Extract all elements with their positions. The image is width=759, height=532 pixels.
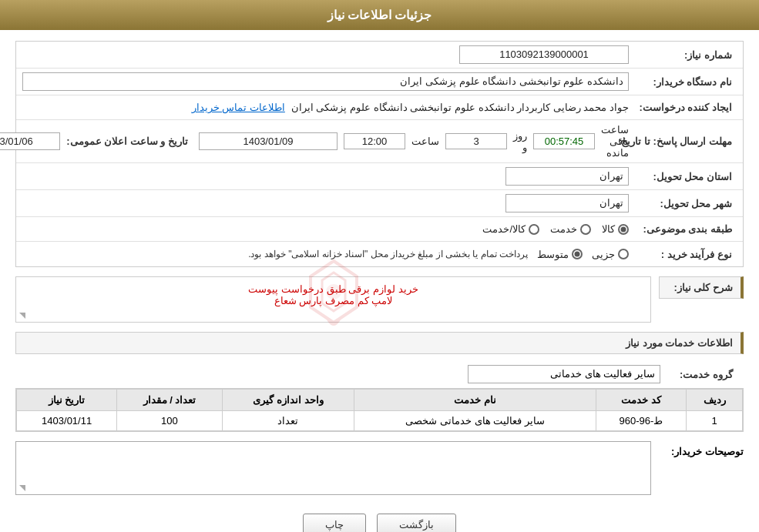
col-header-unit: واحد اندازه گیری — [222, 390, 354, 411]
deadline-value-cell: ساعت باقی مانده 00:57:45 روز و 3 ساعت 12… — [0, 124, 629, 159]
buyer-org-value-cell: دانشکده علوم توانبخشی دانشگاه علوم پزشکی… — [22, 72, 629, 91]
deadline-row: مهلت ارسال پاسخ: تا تاریخ: ساعت باقی مان… — [16, 120, 743, 163]
back-button[interactable]: بازگشت — [377, 514, 456, 532]
page-title: جزئیات اطلاعات نیاز — [327, 8, 432, 22]
col-header-qty: تعداد / مقدار — [117, 390, 222, 411]
category-kala-khedmat-label: کالا/خدمت — [482, 223, 526, 235]
need-number-label: شماره نیاز: — [629, 49, 737, 61]
buyer-org-label: نام دستگاه خریدار: — [629, 76, 737, 88]
table-cell-2: سایر فعالیت های خدماتی شخصی — [354, 411, 596, 431]
time-label: ساعت — [411, 136, 439, 147]
purchase-motevasset-label: متوسط — [537, 249, 569, 260]
main-info-section: شماره نیاز: 1103092139000001 نام دستگاه … — [15, 41, 744, 267]
col-header-date: تاریخ نیاز — [17, 390, 117, 411]
table-cell-3: تعداد — [222, 411, 354, 431]
need-number-row: شماره نیاز: 1103092139000001 — [16, 42, 743, 69]
services-title: اطلاعات خدمات مورد نیاز — [15, 332, 744, 354]
city-display: تهران — [505, 194, 629, 212]
category-khedmat-label: خدمت — [550, 223, 577, 235]
category-kala-radio[interactable] — [618, 224, 629, 235]
deadline-date-display: 1403/01/09 — [199, 132, 338, 150]
need-number-value-cell: 1103092139000001 — [22, 45, 629, 64]
purchase-type-label: نوع فرآیند خرید : — [629, 249, 737, 260]
services-table-container: ردیف کد خدمت نام خدمت واحد اندازه گیری ت… — [15, 388, 744, 432]
resize-handle[interactable] — [19, 313, 25, 319]
buyer-org-row: نام دستگاه خریدار: دانشکده علوم توانبخشی… — [16, 69, 743, 95]
days-label: روز و — [513, 130, 527, 153]
description-section: شرح کلی نیاز: خرید لوازم برقی طبق درخواس… — [15, 276, 744, 323]
service-group-value: سایر فعالیت های خدماتی — [468, 365, 660, 383]
category-label: طبقه بندی موضوعی: — [629, 223, 737, 235]
category-khedmat-radio[interactable] — [580, 224, 591, 235]
resize-handle-2[interactable] — [19, 485, 25, 491]
purchase-motevasset-option[interactable]: متوسط — [537, 249, 583, 260]
page-container: جزئیات اطلاعات نیاز شماره نیاز: 11030921… — [0, 0, 759, 532]
need-number-display: 1103092139000001 — [459, 45, 629, 64]
buttons-row: بازگشت چاپ — [15, 506, 744, 532]
col-header-code: کد خدمت — [596, 390, 686, 411]
page-header: جزئیات اطلاعات نیاز — [0, 0, 759, 30]
remaining-label: ساعت باقی مانده — [601, 124, 629, 159]
table-cell-0: 1 — [687, 411, 743, 431]
announce-value-display: 1403/01/06 - 10:40 — [0, 132, 60, 150]
purchase-jozi-radio[interactable] — [618, 249, 629, 259]
services-table: ردیف کد خدمت نام خدمت واحد اندازه گیری ت… — [16, 389, 743, 431]
service-group-row: گروه خدمت: سایر فعالیت های خدماتی — [15, 360, 744, 388]
table-cell-4: 100 — [117, 411, 222, 431]
category-value-cell: کالا خدمت کالا/خدمت — [22, 223, 629, 235]
table-cell-1: ط-96-960 — [596, 411, 686, 431]
purchase-type-row: نوع فرآیند خرید : جزیی متوسط پرداخت تمام… — [16, 242, 743, 266]
creator-row: ایجاد کننده درخواست: جواد محمد رضایی کار… — [16, 95, 743, 120]
service-group-label: گروه خدمت: — [660, 369, 737, 380]
city-row: شهر محل تحویل: تهران — [16, 190, 743, 217]
creator-name: جواد محمد رضایی کاربردار دانشکده علوم تو… — [291, 102, 629, 113]
creator-contact-link[interactable]: اطلاعات تماس خریدار — [192, 102, 285, 113]
buyer-desc-textarea[interactable] — [15, 441, 651, 495]
table-row: 1ط-96-960سایر فعالیت های خدماتی شخصیتعدا… — [17, 411, 743, 431]
services-section: اطلاعات خدمات مورد نیاز گروه خدمت: سایر … — [15, 332, 744, 432]
creator-value-cell: جواد محمد رضایی کاربردار دانشکده علوم تو… — [22, 102, 629, 113]
category-khedmat-option[interactable]: خدمت — [550, 223, 591, 235]
category-row: طبقه بندی موضوعی: کالا خدمت کالا/خدمت — [16, 217, 743, 242]
category-kala-khedmat-option[interactable]: کالا/خدمت — [482, 223, 539, 235]
category-kala-option[interactable]: کالا — [602, 223, 629, 235]
days-display: 3 — [445, 133, 507, 149]
col-header-name: نام خدمت — [354, 390, 596, 411]
province-row: استان محل تحویل: تهران — [16, 163, 743, 190]
print-button[interactable]: چاپ — [303, 514, 366, 532]
purchase-jozi-option[interactable]: جزیی — [592, 249, 629, 260]
category-kala-label: کالا — [602, 223, 615, 235]
description-label: شرح کلی نیاز: — [659, 276, 744, 299]
description-text: خرید لوازم برقی طبق درخواست پیوستلامپ کم… — [248, 283, 418, 306]
description-box: خرید لوازم برقی طبق درخواست پیوستلامپ کم… — [15, 276, 651, 323]
table-cell-5: 1403/01/11 — [17, 411, 117, 431]
creator-label: ایجاد کننده درخواست: — [629, 102, 737, 113]
city-value-cell: تهران — [22, 194, 629, 212]
province-value-cell: تهران — [22, 167, 629, 186]
purchase-jozi-label: جزیی — [592, 249, 615, 260]
time-display: 12:00 — [344, 133, 405, 149]
province-label: استان محل تحویل: — [629, 171, 737, 182]
countdown-display: 00:57:45 — [533, 133, 595, 149]
buyer-org-display: دانشکده علوم توانبخشی دانشگاه علوم پزشکی… — [22, 72, 629, 91]
category-kala-khedmat-radio[interactable] — [529, 224, 539, 235]
buyer-desc-section: توصیحات خریدار: — [15, 441, 744, 495]
deadline-label: مهلت ارسال پاسخ: تا تاریخ: — [629, 136, 737, 147]
purchase-motevasset-radio[interactable] — [572, 249, 583, 259]
content-area: شماره نیاز: 1103092139000001 نام دستگاه … — [0, 30, 759, 532]
buyer-desc-label: توصیحات خریدار: — [659, 441, 744, 457]
col-header-row: ردیف — [687, 390, 743, 411]
city-label: شهر محل تحویل: — [629, 198, 737, 209]
announce-label: تاریخ و ساعت اعلان عمومی: — [66, 136, 193, 147]
province-display: تهران — [505, 167, 629, 186]
